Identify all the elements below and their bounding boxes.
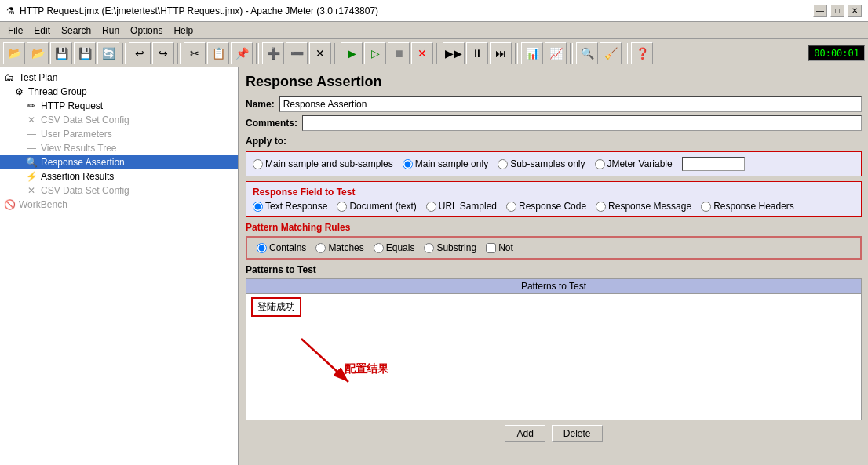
menu-bar: File Edit Search Run Options Help	[0, 22, 868, 39]
stop-button[interactable]: ⏹	[388, 42, 410, 64]
sidebar-label-workbench: WorkBench	[19, 199, 67, 210]
start-no-pause-button[interactable]: ▷	[364, 42, 386, 64]
remote-start-button[interactable]: ▶▶	[443, 42, 465, 64]
search-button[interactable]: 🔍	[576, 42, 598, 64]
assertion-results-icon: ⚡	[25, 171, 38, 182]
start-button[interactable]: ▶	[341, 42, 363, 64]
options-button[interactable]: 📈	[545, 42, 567, 64]
sidebar-item-response-assertion[interactable]: 🔍 Response Assertion	[0, 155, 238, 169]
patterns-header: Patterns to Test	[246, 264, 862, 275]
sidebar-item-workbench[interactable]: 🚫 WorkBench	[0, 198, 238, 212]
shutdown-button[interactable]: ✕	[411, 42, 433, 64]
sidebar-item-thread-group[interactable]: ⚙ Thread Group	[0, 85, 238, 99]
toolbar-sep-1	[122, 43, 126, 64]
sidebar-item-view-results[interactable]: — View Results Tree	[0, 141, 238, 155]
test-plan-icon: 🗂	[3, 72, 16, 83]
toolbar-sep-5	[436, 43, 439, 64]
sidebar-item-csv-data-2[interactable]: ✕ CSV Data Set Config	[0, 183, 238, 198]
radio-document[interactable]: Document (text)	[337, 201, 416, 212]
apply-to-box: Main sample and sub-samples Main sample …	[246, 151, 862, 176]
comments-input[interactable]	[302, 115, 862, 131]
sidebar-item-http-request[interactable]: ✏ HTTP Request	[0, 99, 238, 113]
arrow-annotation: 配置结果	[286, 331, 380, 396]
app-icon: ⚗	[6, 5, 15, 16]
menu-help[interactable]: Help	[169, 24, 198, 38]
sidebar-label-assertion-results: Assertion Results	[41, 171, 114, 182]
sidebar-item-test-plan[interactable]: 🗂 Test Plan	[0, 71, 238, 85]
radio-response-message[interactable]: Response Message	[596, 201, 691, 212]
response-field-radio-group: Text Response Document (text) URL Sample…	[253, 201, 855, 212]
menu-search[interactable]: Search	[57, 24, 96, 38]
add-button[interactable]: ➕	[262, 42, 284, 64]
annotation-text: 配置结果	[345, 362, 388, 376]
title-bar-controls: — □ ✕	[813, 5, 862, 17]
open-button[interactable]: 📂	[27, 42, 49, 64]
window-title: HTTP Request.jmx (E:\jmetertest\HTTP Req…	[20, 5, 378, 16]
view-results-icon: —	[25, 143, 38, 154]
templates-button[interactable]: 📊	[521, 42, 543, 64]
delete-button[interactable]: Delete	[552, 425, 603, 442]
close-button[interactable]: ✕	[848, 5, 862, 17]
new-button[interactable]: 📂	[3, 42, 25, 64]
radio-equals[interactable]: Equals	[374, 242, 415, 253]
pattern-matching-rules-box: Contains Matches Equals Substring	[246, 236, 862, 260]
redo-button[interactable]: ↪	[152, 42, 174, 64]
remove-button[interactable]: ➖	[286, 42, 308, 64]
radio-contains[interactable]: Contains	[257, 242, 306, 253]
title-bar-left: ⚗ HTTP Request.jmx (E:\jmetertest\HTTP R…	[6, 5, 378, 16]
radio-response-headers[interactable]: Response Headers	[701, 201, 794, 212]
csv-2-icon: ✕	[25, 185, 38, 196]
clear-all-button[interactable]: 🧹	[600, 42, 622, 64]
maximize-button[interactable]: □	[830, 5, 844, 17]
radio-main-sub[interactable]: Main sample and sub-samples	[253, 158, 393, 169]
name-input[interactable]	[279, 96, 862, 112]
copy-button[interactable]: 📋	[207, 42, 229, 64]
paste-button[interactable]: 📌	[231, 42, 253, 64]
jmeter-var-input[interactable]	[682, 157, 745, 171]
not-label: Not	[498, 242, 513, 253]
sidebar-item-user-params[interactable]: — User Parameters	[0, 127, 238, 141]
right-panel: Response Assertion Name: Comments: Apply…	[239, 67, 868, 465]
minimize-button[interactable]: —	[813, 5, 827, 17]
menu-options[interactable]: Options	[126, 24, 167, 38]
toolbar-sep-4	[334, 43, 337, 64]
undo-button[interactable]: ↩	[129, 42, 151, 64]
toolbar-sep-8	[625, 43, 628, 64]
title-bar: ⚗ HTTP Request.jmx (E:\jmetertest\HTTP R…	[0, 0, 868, 22]
remote-stop-button[interactable]: ⏸	[466, 42, 488, 64]
name-label: Name:	[246, 99, 275, 110]
radio-response-code[interactable]: Response Code	[506, 201, 586, 212]
save-button[interactable]: 💾	[50, 42, 72, 64]
menu-file[interactable]: File	[3, 24, 27, 38]
sidebar-item-csv-data-1[interactable]: ✕ CSV Data Set Config	[0, 113, 238, 127]
clear-button[interactable]: ✕	[309, 42, 331, 64]
sidebar-label-http-request: HTTP Request	[41, 100, 103, 111]
radio-jmeter-var[interactable]: JMeter Variable	[595, 158, 673, 169]
revert-button[interactable]: 🔄	[97, 42, 119, 64]
remote-exit-button[interactable]: ⏭	[490, 42, 512, 64]
content-panel: Response Assertion Name: Comments: Apply…	[246, 74, 862, 442]
radio-matches[interactable]: Matches	[315, 242, 363, 253]
radio-sub-only[interactable]: Sub-samples only	[498, 158, 585, 169]
pattern-entry-1[interactable]: 登陆成功	[251, 297, 301, 317]
response-field-label: Response Field to Test	[253, 187, 855, 198]
buttons-row: Add Delete	[246, 425, 862, 442]
sidebar-item-assertion-results[interactable]: ⚡ Assertion Results	[0, 169, 238, 183]
cut-button[interactable]: ✂	[184, 42, 206, 64]
apply-to-label: Apply to:	[246, 136, 862, 147]
not-checkbox-label[interactable]: Not	[486, 242, 513, 253]
radio-substring[interactable]: Substring	[424, 242, 476, 253]
save-as-button[interactable]: 💾	[74, 42, 96, 64]
sidebar-label-view-results: View Results Tree	[41, 143, 117, 154]
menu-edit[interactable]: Edit	[29, 24, 55, 38]
sidebar-label-thread-group: Thread Group	[28, 86, 87, 97]
add-button[interactable]: Add	[505, 425, 545, 442]
radio-url-sampled[interactable]: URL Sampled	[426, 201, 497, 212]
radio-main-only[interactable]: Main sample only	[403, 158, 488, 169]
radio-text-response[interactable]: Text Response	[253, 201, 327, 212]
menu-run[interactable]: Run	[97, 24, 124, 38]
not-checkbox[interactable]	[486, 243, 496, 253]
sidebar-label-response-assertion: Response Assertion	[41, 157, 125, 168]
help-button[interactable]: ❓	[631, 42, 653, 64]
timer-display: 00:00:01	[808, 45, 865, 61]
